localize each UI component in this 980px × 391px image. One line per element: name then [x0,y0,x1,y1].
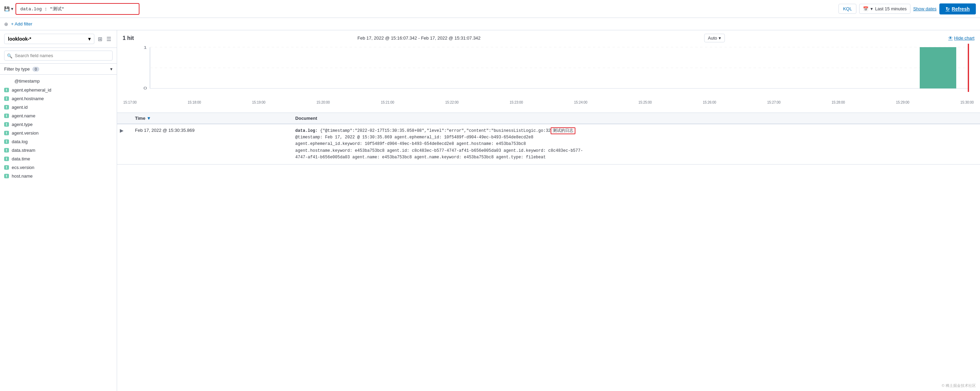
document-column-header: Document [291,113,980,124]
hide-chart-button[interactable]: 👁 Hide chart [948,35,975,41]
field-type-badge: t [4,139,9,144]
highlight-text: 测试的日志 [550,127,575,134]
chart-x-axis-label: 15:17:0015:18:0015:19:0015:20:0015:21:00… [123,100,975,104]
right-panel: 1 hit Feb 17, 2022 @ 15:16:07.342 - Feb … [117,30,980,391]
x-tick-label: 15:22:00 [445,100,459,104]
field-type-badge: t [4,122,9,127]
time-column-header[interactable]: Time ▼ [131,113,291,124]
date-picker[interactable]: 📅 ▾ Last 15 minutes [859,4,910,14]
chart-container: Count 1 0 15:17:0015:18:0015:19:0015:20:… [117,44,980,113]
auto-interval-select[interactable]: Auto ▾ [704,34,725,42]
field-type-badge: t [4,174,9,178]
field-item[interactable]: tagent.type [0,120,117,129]
x-tick-label: 15:30:00 [960,100,974,104]
field-item[interactable]: tdata.stream [0,146,117,154]
x-tick-label: 15:21:00 [381,100,394,104]
results-area: Time ▼ Document ▶Feb 17, 2022 @ 15:30:35… [117,113,980,391]
date-range-label: Last 15 minutes [875,6,907,11]
date-range-display: Feb 17, 2022 @ 15:16:07.342 - Feb 17, 20… [358,35,480,41]
top-bar: 💾 ▾ data.log : "测试" KQL 📅 ▾ Last 15 minu… [0,0,980,18]
field-type-badge: t [4,114,9,118]
field-name-label: agent.ephemeral_id [12,87,51,92]
field-item[interactable]: tagent.id [0,103,117,111]
field-item[interactable]: tdata.time [0,154,117,163]
sort-icon: ▼ [147,116,151,121]
hit-count: 1 hit [123,35,134,41]
search-field-input[interactable] [4,51,113,60]
field-name-label: host.name [12,173,33,179]
field-item[interactable]: tagent.version [0,129,117,137]
table-row: ▶Feb 17, 2022 @ 15:30:35.869data.log: {"… [117,124,980,164]
field-type-badge: t [4,157,9,161]
search-icon: 🔍 [7,53,13,58]
field-item[interactable]: 🗓@timestamp [0,76,117,86]
field-val-datalog: {"@timestamp":"2022-02-17T15:30:35.058+0… [318,129,550,133]
time-header-label: Time [135,116,145,121]
field-type-badge: t [4,148,9,153]
chevron-down-icon4[interactable]: ▾ [110,67,113,72]
field-type-badge: t [4,165,9,170]
auto-label: Auto [708,35,717,41]
time-cell: Feb 17, 2022 @ 15:30:35.869 [131,124,291,164]
chevron-down-icon2: ▾ [870,6,873,11]
field-key-datalog: data.log: [296,129,318,133]
field-item[interactable]: tdata.log [0,137,117,146]
field-type-badge: 🗓 [4,78,12,84]
svg-text:1: 1 [143,46,147,49]
list-icon-button[interactable]: ☰ [105,34,113,44]
field-item[interactable]: tecs.version [0,163,117,172]
x-tick-label: 15:20:00 [317,100,330,104]
table-header: Time ▼ Document [117,113,980,124]
query-input[interactable]: data.log : "测试" [16,3,140,15]
document-header-label: Document [296,116,318,121]
chevron-down-icon3: ▾ [88,36,91,41]
field-name-label: agent.name [12,113,35,118]
field-item[interactable]: tagent.hostname [0,94,117,103]
chart-svg: Count 1 0 [123,44,975,99]
eye-icon: 👁 [948,35,953,41]
field-item[interactable]: tagent.name [0,111,117,120]
index-pattern-selector: looklook-* ▾ ⊞ ☰ [0,30,117,48]
x-tick-label: 15:24:00 [574,100,587,104]
field-item[interactable]: thost.name [0,172,117,180]
index-pattern-button[interactable]: looklook-* ▾ [4,34,94,44]
refresh-button[interactable]: ↻ Refresh [939,3,976,14]
field-type-badge: t [4,131,9,135]
main-content: looklook-* ▾ ⊞ ☰ 🔍 Filter by type 0 ▾ 🗓@… [0,30,980,391]
search-field-wrapper: 🔍 [0,48,117,64]
field-type-badge: t [4,105,9,110]
date-from: Feb 17, 2022 @ 15:16:07.342 [358,35,417,41]
doc-line2: @timestamp: Feb 17, 2022 @ 15:30:35.869 … [296,134,976,141]
refresh-icon: ↻ [945,6,950,12]
doc-line5: 4747-af41-b656e005da03 agent.name: e453b… [296,154,976,161]
x-tick-label: 15:29:00 [896,100,909,104]
document-cell: data.log: {"@timestamp":"2022-02-17T15:3… [291,124,980,164]
field-name-label: agent.hostname [12,96,44,101]
kql-button[interactable]: KQL [838,4,856,14]
expand-row-button[interactable]: ▶ [120,128,124,133]
chevron-down-icon: ▾ [11,6,13,11]
chart-header: 1 hit Feb 17, 2022 @ 15:16:07.342 - Feb … [117,30,980,44]
x-tick-label: 15:17:00 [123,100,137,104]
x-tick-label: 15:18:00 [188,100,201,104]
add-filter-button[interactable]: + Add filter [11,21,32,27]
svg-rect-7 [920,47,956,89]
filter-type-count: 0 [32,67,39,72]
results-table: Time ▼ Document ▶Feb 17, 2022 @ 15:30:35… [117,113,980,165]
grid-icon-button[interactable]: ⊞ [96,34,103,44]
date-range-sep: - [418,35,421,41]
calendar-icon: 📅 [863,6,869,11]
index-selector[interactable]: 💾 ▾ [4,6,13,11]
filter-type-text: Filter by type [4,67,30,72]
x-tick-label: 15:28:00 [832,100,845,104]
show-dates-button[interactable]: Show dates [913,6,937,11]
filter-type-row: Filter by type 0 ▾ [0,64,117,75]
query-controls: 💾 ▾ data.log : "测试" [4,3,140,15]
field-name-label: agent.version [12,130,38,136]
field-name-label: data.time [12,156,30,161]
field-item[interactable]: tagent.ephemeral_id [0,86,117,94]
sidebar-icon-group: ⊞ ☰ [96,34,113,44]
filter-icon: ⊕ [4,21,8,27]
field-name-label: ecs.version [12,165,35,170]
date-to: Feb 17, 2022 @ 15:31:07.342 [421,35,481,41]
